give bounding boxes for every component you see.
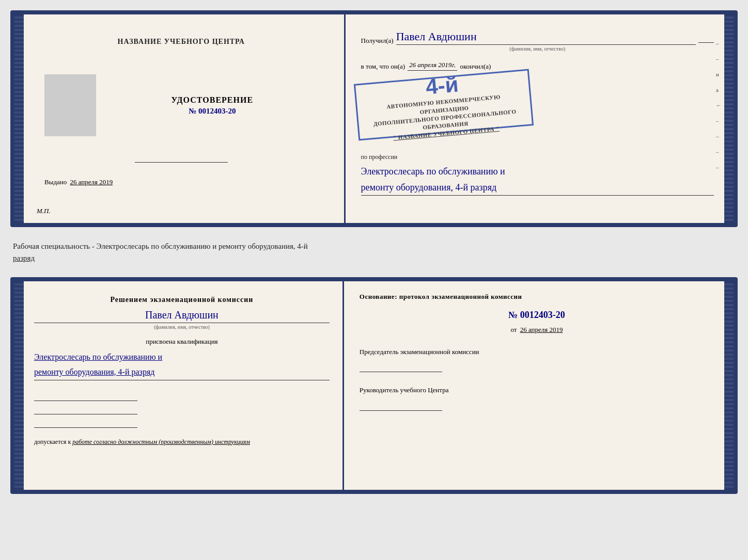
po-professii-label: по профессии xyxy=(361,153,714,161)
v-tom-chto: в том, что он(а) 26 апреля 2019г. окончи… xyxy=(361,61,714,71)
stamp-rank: 4-й xyxy=(425,72,459,100)
predsedatel-label: Председатель экзаменационной комиссии xyxy=(360,347,714,357)
ot-date-block: от 26 апреля 2019 xyxy=(360,326,714,334)
bottom-right-panel: Основание: протокол экзаменационной коми… xyxy=(344,281,724,490)
top-right-panel: Получил(а) Павел Авдюшин (фамилия, имя, … xyxy=(346,14,724,223)
stamp-overlay: 4-й АВТОНОМНУЮ НЕКОММЕРЧЕСКУЮ ОРГАНИЗАЦИ… xyxy=(353,69,533,140)
bottom-document: Решением экзаменационной комиссии Павел … xyxy=(10,277,738,494)
osnovanie-title: Основание: протокол экзаменационной коми… xyxy=(360,292,714,302)
qualification-line1: Электрослесарь по обслуживанию и xyxy=(34,350,330,365)
recipient-name: Павел Авдюшин xyxy=(396,30,696,45)
poluchil-line: Получил(а) Павел Авдюшин xyxy=(361,30,714,45)
rukovoditel-label: Руководитель учебного Центра xyxy=(360,385,714,395)
dopuskaetsya-text: работе согласно должностным (производств… xyxy=(72,438,250,445)
sig-line-1 xyxy=(34,391,137,401)
profession-line2: ремонту оборудования, 4-й разряд xyxy=(361,180,714,196)
page-wrapper: НАЗВАНИЕ УЧЕБНОГО ЦЕНТРА УДОСТОВЕРЕНИЕ №… xyxy=(10,10,738,494)
rukovoditel-sig-line xyxy=(360,401,442,411)
vydano-line: Выдано 26 апреля 2019 xyxy=(44,178,113,186)
vydano-label: Выдано xyxy=(44,178,67,186)
fio-caption: (фамилия, имя, отчество) xyxy=(361,46,714,52)
sig-line-2 xyxy=(34,404,137,414)
bottom-spine-left xyxy=(14,281,24,490)
completion-date: 26 апреля 2019г. xyxy=(408,61,457,71)
photo-placeholder xyxy=(44,74,96,136)
udostoverenie-block: УДОСТОВЕРЕНИЕ № 0012403-20 xyxy=(171,95,253,116)
okonchil-label: окончил(а) xyxy=(460,62,491,71)
v-tom-chto-label: в том, что он(а) xyxy=(361,62,406,71)
profession-line1: Электрослесарь по обслуживанию и xyxy=(361,164,714,180)
poluchil-label: Получил(а) xyxy=(361,37,394,45)
resolution-title: Решением экзаменационной комиссии xyxy=(34,294,330,305)
predsedatel-section: Председатель экзаменационной комиссии xyxy=(360,347,714,373)
prisvoena-label: присвоена квалификация xyxy=(34,338,330,346)
bottom-recipient-name: Павел Авдюшин xyxy=(34,309,330,323)
middle-text-main: Рабочая специальность - Электрослесарь п… xyxy=(13,242,308,250)
right-side-marks: – – и а ← – – – – xyxy=(716,40,722,170)
bottom-right-side-marks: – – – и а ← – – – – – xyxy=(725,307,731,468)
protocol-number: № 0012403-20 xyxy=(360,310,714,321)
spine-left xyxy=(14,14,24,223)
top-left-panel: НАЗВАНИЕ УЧЕБНОГО ЦЕНТРА УДОСТОВЕРЕНИЕ №… xyxy=(24,14,346,223)
top-document: НАЗВАНИЕ УЧЕБНОГО ЦЕНТРА УДОСТОВЕРЕНИЕ №… xyxy=(10,10,738,227)
predsedatel-sig-line xyxy=(360,362,442,372)
middle-text-block: Рабочая специальность - Электрослесарь п… xyxy=(10,236,738,268)
qualification-text: Электрослесарь по обслуживанию и ремонту… xyxy=(34,350,330,380)
dopuskaetsya-block: допускается к работе согласно должностны… xyxy=(34,438,330,446)
profession-text: Электрослесарь по обслуживанию и ремонту… xyxy=(361,164,714,196)
udostoverenie-number: № 0012403-20 xyxy=(171,107,253,116)
signature-lines xyxy=(34,391,330,428)
udostoverenie-label: УДОСТОВЕРЕНИЕ xyxy=(171,95,253,105)
center-name-title: НАЗВАНИЕ УЧЕБНОГО ЦЕНТРА xyxy=(118,38,245,46)
ot-label: от xyxy=(510,326,517,333)
spine-right xyxy=(724,14,734,223)
sig-line-3 xyxy=(34,418,137,428)
bottom-left-panel: Решением экзаменационной комиссии Павел … xyxy=(24,281,344,490)
middle-text-razryad: разряд xyxy=(13,254,35,262)
mp-line: М.П. xyxy=(37,207,51,215)
dash-line xyxy=(698,42,714,43)
qualification-line2: ремонту оборудования, 4-й разряд xyxy=(34,365,330,380)
ot-date-value: 26 апреля 2019 xyxy=(520,326,563,333)
dopuskaetsya-label: допускается к xyxy=(34,438,71,445)
bottom-fio-caption: (фамилия, имя, отчество) xyxy=(34,324,330,330)
rukovoditel-section: Руководитель учебного Центра xyxy=(360,385,714,411)
vydano-date: 26 апреля 2019 xyxy=(70,178,113,186)
